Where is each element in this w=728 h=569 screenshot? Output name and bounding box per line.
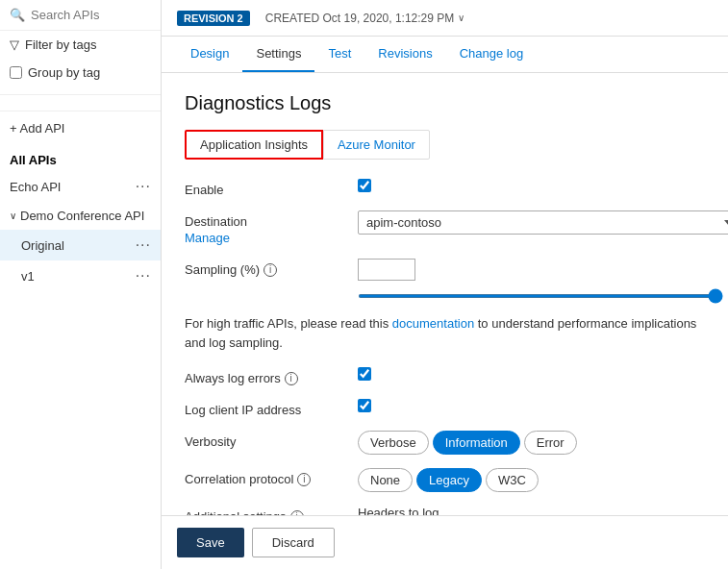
verbosity-label: Verbosity (185, 431, 358, 449)
verbosity-control: Verbose Information Error (358, 431, 705, 455)
destination-label-text: Destination (185, 214, 247, 229)
sampling-info-icon[interactable]: i (264, 263, 277, 277)
tab-design[interactable]: Design (177, 37, 242, 72)
verbosity-verbose[interactable]: Verbose (358, 431, 429, 455)
sampling-row: Sampling (%) i 100 (185, 259, 705, 301)
filter-icon: ▽ (10, 37, 19, 52)
enable-label-text: Enable (185, 183, 223, 197)
tab-test[interactable]: Test (314, 37, 364, 72)
revision-chevron-icon[interactable]: ∨ (458, 12, 464, 23)
v1-label: v1 (21, 269, 35, 284)
sidebar-item-demo-api[interactable]: ∨ Demo Conference API (0, 202, 161, 230)
created-text: CREATED Oct 19, 2020, 1:12:29 PM ∨ (265, 12, 465, 25)
correlation-label: Correlation protocol i (185, 468, 358, 486)
topbar: REVISION 2 CREATED Oct 19, 2020, 1:12:29… (162, 0, 728, 37)
sampling-slider[interactable] (358, 294, 723, 298)
filter-by-tags[interactable]: ▽ Filter by tags (0, 31, 161, 59)
created-label: CREATED Oct 19, 2020, 1:12:29 PM (265, 12, 455, 25)
page-title: Diagnostics Logs (185, 92, 705, 114)
tab-settings[interactable]: Settings (242, 37, 314, 72)
all-apis-label: All APIs (10, 153, 57, 167)
sampling-slider-container (358, 286, 723, 301)
verbosity-btn-group: Verbose Information Error (358, 431, 705, 455)
info-text: For high traffic APIs, please read this … (185, 314, 705, 352)
log-ip-checkbox[interactable] (358, 399, 371, 412)
main-panel: REVISION 2 CREATED Oct 19, 2020, 1:12:29… (162, 0, 728, 569)
destination-row: Destination Manage apim-contoso (185, 210, 705, 245)
correlation-row: Correlation protocol i None Legacy W3C (185, 468, 705, 492)
correlation-label-text: Correlation protocol (185, 472, 293, 486)
chevron-down-icon: ∨ (10, 210, 16, 221)
always-log-label-text: Always log errors (185, 371, 281, 385)
enable-row: Enable (185, 179, 705, 197)
sidebar-item-original[interactable]: Original ··· (0, 230, 161, 260)
destination-select[interactable]: apim-contoso (358, 210, 728, 235)
additional-control: Headers to log Number of payload bytes t… (358, 506, 728, 515)
search-bar[interactable]: 🔍 (0, 0, 161, 31)
destination-control: apim-contoso (358, 210, 728, 235)
discard-button[interactable]: Discard (252, 528, 335, 557)
additional-label: Additional settings i (185, 506, 358, 515)
log-ip-control (358, 399, 705, 415)
echo-api-label: Echo API (10, 180, 136, 194)
tab-revisions[interactable]: Revisions (364, 37, 445, 72)
verbosity-row: Verbosity Verbose Information Error (185, 431, 705, 455)
add-api-button[interactable]: + Add API (0, 111, 161, 145)
echo-api-menu-icon[interactable]: ··· (136, 178, 151, 195)
sampling-input[interactable]: 100 (358, 259, 415, 281)
tab-changelog[interactable]: Change log (446, 37, 538, 72)
documentation-link[interactable]: documentation (392, 316, 474, 331)
add-api-label: + Add API (10, 121, 64, 136)
always-log-row: Always log errors i (185, 367, 705, 385)
manage-link[interactable]: Manage (185, 231, 247, 245)
always-log-control (358, 367, 705, 383)
correlation-none[interactable]: None (358, 468, 413, 492)
log-ip-label: Log client IP address (185, 399, 358, 417)
log-ip-row: Log client IP address (185, 399, 705, 417)
tab-azure-monitor[interactable]: Azure Monitor (323, 130, 430, 160)
footer: Save Discard (162, 515, 728, 569)
correlation-btn-group: None Legacy W3C (358, 468, 705, 492)
info-text-prefix: For high traffic APIs, please read this (185, 316, 389, 331)
sidebar-item-echo-api[interactable]: Echo API ··· (0, 171, 161, 202)
destination-label: Destination Manage (185, 210, 358, 245)
demo-api-label: Demo Conference API (20, 209, 144, 223)
group-by-tag[interactable]: Group by tag (0, 59, 161, 87)
correlation-info-icon[interactable]: i (297, 473, 311, 486)
additional-row: Additional settings i Headers to log Num… (185, 506, 705, 515)
divider-1 (0, 94, 161, 95)
sampling-label: Sampling (%) i (185, 259, 358, 277)
verbosity-error[interactable]: Error (524, 431, 577, 455)
save-button[interactable]: Save (177, 528, 244, 557)
enable-checkbox[interactable] (358, 179, 371, 192)
correlation-control: None Legacy W3C (358, 468, 705, 492)
original-label: Original (21, 238, 64, 253)
verbosity-information[interactable]: Information (433, 431, 520, 455)
sampling-control: 100 (358, 259, 723, 301)
v1-menu-icon[interactable]: ··· (136, 267, 151, 284)
original-menu-icon[interactable]: ··· (136, 236, 151, 254)
filter-label: Filter by tags (25, 37, 96, 52)
always-log-label: Always log errors i (185, 367, 358, 385)
always-log-checkbox[interactable] (358, 367, 371, 381)
log-ip-label-text: Log client IP address (185, 403, 301, 417)
content-area: Diagnostics Logs Application Insights Az… (162, 73, 728, 515)
headers-label: Headers to log (358, 506, 728, 515)
search-input[interactable] (31, 8, 151, 22)
tab-app-insights[interactable]: Application Insights (185, 130, 323, 160)
correlation-legacy[interactable]: Legacy (416, 468, 482, 492)
group-label: Group by tag (28, 65, 100, 80)
all-apis-section: All APIs (0, 145, 161, 171)
sidebar: 🔍 ▽ Filter by tags Group by tag + Add AP… (0, 0, 162, 569)
correlation-w3c[interactable]: W3C (486, 468, 539, 492)
sub-tabs: Application Insights Azure Monitor (185, 130, 705, 160)
nav-tabs: Design Settings Test Revisions Change lo… (162, 37, 728, 73)
sidebar-item-v1[interactable]: v1 ··· (0, 260, 161, 291)
revision-badge: REVISION 2 (177, 11, 250, 26)
enable-label: Enable (185, 179, 358, 197)
group-checkbox[interactable] (10, 66, 22, 79)
sampling-label-text: Sampling (%) (185, 262, 260, 277)
verbosity-label-text: Verbosity (185, 434, 236, 449)
always-log-info-icon[interactable]: i (285, 372, 298, 385)
enable-control (358, 179, 705, 195)
